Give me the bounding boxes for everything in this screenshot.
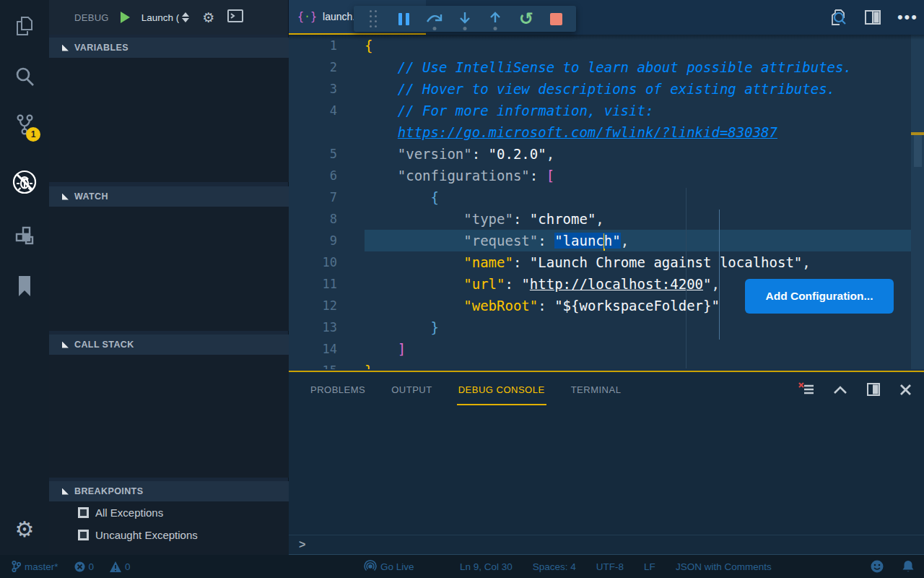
twistie-icon — [62, 45, 69, 51]
code-text: https://go.microsoft.com/fwlink/?linkid=… — [365, 121, 911, 143]
line-number: 7 — [289, 186, 365, 208]
line-number: 2 — [289, 56, 365, 78]
clear-console-icon[interactable] — [799, 383, 814, 396]
search-icon[interactable] — [0, 58, 49, 95]
section-body — [49, 355, 289, 478]
editor-area: {·} launch.json ••• — [289, 0, 924, 555]
code-text: "configurations": [ — [365, 165, 911, 186]
warnings-status[interactable]: 0 — [110, 561, 131, 572]
settings-gear-icon[interactable]: ⚙ — [0, 510, 49, 548]
notifications-bell-icon[interactable] — [902, 560, 914, 573]
code-line-4[interactable]: 4 // For more information, visit: — [289, 100, 924, 121]
start-debug-button[interactable] — [121, 12, 130, 23]
status-language-mode[interactable]: JSON with Comments — [676, 561, 772, 572]
extensions-icon[interactable] — [0, 217, 49, 254]
toggle-panel-position-icon[interactable] — [867, 383, 880, 396]
code-line-14[interactable]: 14 ] — [289, 338, 924, 360]
step-over-button[interactable] — [425, 9, 444, 28]
line-number: 10 — [289, 251, 365, 273]
panel-tab-debug-console[interactable]: DEBUG CONSOLE — [457, 380, 546, 400]
section-label: BREAKPOINTS — [74, 486, 143, 496]
restart-button[interactable]: ↻ — [517, 9, 536, 28]
code-text: { — [365, 186, 911, 208]
configure-gear-icon[interactable]: ⚙ — [202, 11, 214, 25]
split-editor-icon[interactable] — [864, 9, 881, 26]
step-into-button[interactable] — [456, 9, 474, 28]
code-text: "name": "Launch Chrome against localhost… — [365, 251, 911, 273]
console-prompt-icon: > — [299, 538, 305, 551]
code-line-1[interactable]: 1{ — [289, 35, 924, 56]
line-number: 9 — [289, 230, 365, 251]
code-line-5[interactable]: 5 "version": "0.2.0", — [289, 143, 924, 165]
code-text: // For more information, visit: — [365, 100, 911, 121]
pause-button[interactable] — [394, 9, 413, 28]
git-branch-status[interactable]: master* — [12, 561, 58, 572]
code-line-2[interactable]: 2 // Use IntelliSense to learn about pos… — [289, 56, 924, 78]
line-number: 6 — [289, 165, 365, 186]
errors-status[interactable]: 0 — [74, 561, 95, 572]
debug-icon[interactable] — [0, 163, 49, 201]
code-line-8[interactable]: 8 "type": "chrome", — [289, 208, 924, 230]
add-configuration-button[interactable]: Add Configuration... — [745, 279, 894, 314]
more-actions-icon[interactable]: ••• — [897, 8, 918, 27]
status-eol[interactable]: LF — [644, 561, 655, 572]
breakpoint-item[interactable]: All Exceptions — [49, 501, 289, 524]
section-body — [49, 207, 289, 331]
section-header[interactable]: VARIABLES — [49, 38, 289, 58]
code-line-15[interactable]: 15} — [289, 360, 924, 369]
vscode-window: 1 ⚙ DEBUG Launch — [0, 0, 924, 578]
status-encoding[interactable]: UTF-8 — [596, 561, 624, 572]
go-live-button[interactable]: Go Live — [365, 555, 414, 578]
scm-badge: 1 — [26, 127, 40, 142]
panel-tab-output[interactable]: OUTPUT — [390, 380, 433, 400]
section-header[interactable]: CALL STACK — [49, 335, 289, 355]
line-number: 15 — [289, 360, 365, 369]
toolbar-drag-grip[interactable] — [364, 9, 383, 28]
overview-ruler — [911, 35, 924, 369]
launch-config-dropdown[interactable]: Launch ( — [141, 12, 190, 23]
code-text: "type": "chrome", — [365, 208, 911, 230]
code-line-10[interactable]: 10 "name": "Launch Chrome against localh… — [289, 251, 924, 273]
section-label: WATCH — [74, 191, 108, 202]
debug-sidebar: DEBUG Launch ( ⚙ VARIABLESWATCHCALL STAC… — [49, 0, 289, 555]
code-line-7[interactable]: 7 { — [289, 186, 924, 208]
debug-toolbar: ↻ — [354, 6, 576, 32]
feedback-smiley-icon[interactable] — [871, 560, 884, 573]
panel-tab-problems[interactable]: PROBLEMS — [309, 380, 367, 400]
debug-console-input[interactable]: > — [289, 535, 924, 555]
status-indentation[interactable]: Spaces: 4 — [533, 561, 576, 572]
scrollbar-thumb[interactable] — [914, 135, 922, 167]
toggle-debug-console-icon[interactable] — [227, 9, 243, 25]
line-number: 12 — [289, 295, 365, 316]
checkbox[interactable] — [78, 530, 89, 540]
open-changes-icon[interactable] — [829, 8, 848, 27]
stop-button[interactable] — [547, 9, 566, 28]
section-body: All ExceptionsUncaught Exceptions — [49, 501, 289, 555]
source-control-icon[interactable]: 1 — [0, 105, 49, 143]
panel-tab-terminal[interactable]: TERMINAL — [570, 380, 623, 400]
code-line-3[interactable]: 3 // Hover to view descriptions of exist… — [289, 78, 924, 100]
code-line-9[interactable]: 9 "request": "launch", — [289, 230, 924, 251]
code-text: } — [365, 316, 911, 338]
bottom-panel: PROBLEMSOUTPUTDEBUG CONSOLETERMINAL — [289, 371, 924, 555]
code-editor[interactable]: 1{2 // Use IntelliSense to learn about p… — [289, 35, 924, 369]
status-bar: master* 0 0 Go Live Ln 9, Col 30Spaces: … — [0, 555, 924, 578]
status-cursor-position[interactable]: Ln 9, Col 30 — [460, 561, 513, 572]
code-line-6[interactable]: 6 "configurations": [ — [289, 165, 924, 186]
line-number: 1 — [289, 35, 365, 56]
breakpoint-item[interactable]: Uncaught Exceptions — [49, 524, 289, 546]
explorer-icon[interactable] — [0, 7, 49, 45]
debug-console-output[interactable] — [289, 407, 924, 535]
step-out-button[interactable] — [486, 9, 505, 28]
section-header[interactable]: WATCH — [49, 186, 289, 207]
code-line-13[interactable]: 13 } — [289, 316, 924, 338]
maximize-panel-icon[interactable] — [834, 386, 847, 394]
section-header[interactable]: BREAKPOINTS — [49, 481, 289, 501]
code-text: // Hover to view descriptions of existin… — [365, 78, 911, 100]
twistie-icon — [62, 488, 69, 495]
bookmarks-icon[interactable] — [0, 267, 49, 305]
close-panel-icon[interactable] — [900, 384, 911, 395]
section-label: VARIABLES — [74, 43, 128, 53]
checkbox[interactable] — [78, 507, 89, 518]
code-line-wrap[interactable]: https://go.microsoft.com/fwlink/?linkid=… — [289, 121, 924, 143]
